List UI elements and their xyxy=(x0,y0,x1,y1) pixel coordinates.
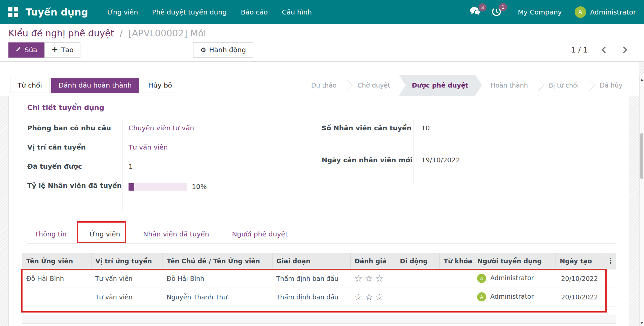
column-candidate-name[interactable]: Tên Ứng viên xyxy=(22,253,91,269)
cell-candidate-name xyxy=(22,288,91,306)
stage-pipeline: Dự thảo Chờ duyệt Được phê duyệt Hoàn th… xyxy=(302,75,639,96)
cell-rating: ☆☆☆ xyxy=(350,269,396,288)
vertical-scrollbar[interactable]: ▲ ▼ xyxy=(639,75,644,326)
progress-bar-fill xyxy=(129,183,134,191)
company-switcher[interactable]: My Company xyxy=(518,8,562,16)
statusbar: Từ chối Đánh dấu hoàn thành Hủy bỏ Dự th… xyxy=(0,62,639,96)
activities-badge: 1 xyxy=(499,3,507,11)
pager: 1 / 1 xyxy=(571,46,636,54)
create-button-label: Tạo xyxy=(61,46,74,54)
tab-candidates[interactable]: Ứng viên xyxy=(82,225,128,243)
field-value-link[interactable]: Chuyên viên tư vấn xyxy=(122,120,283,139)
progress-value: 10% xyxy=(192,182,207,192)
cell-stage: Thẩm định ban đầu xyxy=(272,288,350,306)
stage-approved[interactable]: Được phê duyệt xyxy=(399,75,482,96)
field-value-progress: 10% xyxy=(122,178,283,210)
tab-approvers[interactable]: Người phê duyệt xyxy=(225,225,295,243)
breadcrumb-parent-link[interactable]: Kiểu đề nghị phê duyệt xyxy=(8,28,114,38)
activities-button[interactable]: 1 xyxy=(491,6,502,18)
stage-done[interactable]: Hoàn thành xyxy=(482,75,537,96)
cell-mobile xyxy=(396,288,439,306)
field-label: Đã tuyển được xyxy=(27,159,122,178)
column-mobile[interactable]: Di động xyxy=(396,253,439,269)
tab-hired-employees[interactable]: Nhân viên đã tuyển xyxy=(136,225,216,243)
field-value: 10 xyxy=(414,120,603,152)
candidates-table: Tên Ứng viên Vị trí ứng tuyển Tên Chủ đề… xyxy=(22,253,616,311)
messages-button[interactable]: 3 xyxy=(470,7,481,18)
scrollbar-thumb[interactable] xyxy=(640,133,643,179)
table-options-header: ⋮ xyxy=(603,253,616,269)
mark-done-button[interactable]: Đánh dấu hoàn thành xyxy=(51,78,139,93)
apps-grid-icon[interactable] xyxy=(8,7,18,17)
form-view-area: Từ chối Đánh dấu hoàn thành Hủy bỏ Dự th… xyxy=(0,62,644,326)
column-options-icon[interactable]: ⋮ xyxy=(607,257,614,265)
table-empty-space xyxy=(22,306,616,311)
cancel-button[interactable]: Hủy bỏ xyxy=(141,78,180,93)
action-button-label: Hành động xyxy=(209,46,246,54)
cell-mobile xyxy=(396,269,439,288)
refuse-button[interactable]: Từ chối xyxy=(10,78,49,93)
pencil-icon xyxy=(15,46,22,54)
field-group-left: Phòng ban có nhu cầu Chuyên viên tư vấn … xyxy=(27,120,283,210)
column-subject-name[interactable]: Tên Chủ đề / Tên Ứng viên xyxy=(163,253,272,269)
edit-button-label: Sửa xyxy=(25,46,37,54)
cell-subject-name: Nguyễn Thanh Thư xyxy=(163,288,272,306)
breadcrumb-separator: / xyxy=(120,28,123,38)
stage-cancelled[interactable]: Đã hủy xyxy=(591,75,631,96)
recruiter-name: Administrator xyxy=(490,274,534,282)
control-panel-buttons: Sửa + Tạo ⚙ Hành động 1 / 1 xyxy=(8,42,636,58)
statusbar-buttons: Từ chối Đánh dấu hoàn thành Hủy bỏ xyxy=(0,78,179,93)
tab-information[interactable]: Thông tin xyxy=(27,225,74,243)
rating-stars[interactable]: ☆☆☆ xyxy=(354,292,386,302)
cell-options xyxy=(603,288,616,306)
user-menu[interactable]: Administrator xyxy=(590,8,636,16)
nav-item-candidates[interactable]: Ứng viên xyxy=(100,0,145,24)
field-value: 1 xyxy=(122,159,283,178)
form-sheet: Chi tiết tuyển dụng Phòng ban có nhu cầu… xyxy=(8,96,630,326)
edit-button[interactable]: Sửa xyxy=(8,42,44,58)
nav-item-recruitment-approvals[interactable]: Phê duyệt tuyển dụng xyxy=(145,0,234,24)
cell-created-date: 20/10/2022 xyxy=(556,269,603,288)
notebook-tabs: Thông tin Ứng viên Nhân viên đã tuyển Ng… xyxy=(27,225,616,243)
create-button[interactable]: + Tạo xyxy=(44,42,81,58)
field-date-needed: Ngày cần nhân viên mới 19/10/2022 xyxy=(322,152,603,184)
action-menu-button[interactable]: ⚙ Hành động xyxy=(193,42,253,58)
table-footer-strip xyxy=(22,315,616,324)
rating-stars[interactable]: ☆☆☆ xyxy=(354,273,386,284)
column-created-date[interactable]: Ngày tạo xyxy=(556,253,603,269)
nav-item-settings[interactable]: Cấu hình xyxy=(275,0,319,24)
table-row[interactable]: Tư vấn viên Nguyễn Thanh Thư Thẩm định b… xyxy=(22,288,616,306)
pager-previous-icon[interactable] xyxy=(602,46,608,53)
plus-icon: + xyxy=(51,45,58,54)
gear-icon: ⚙ xyxy=(200,47,206,53)
cell-keyword xyxy=(439,269,473,288)
pager-next-icon[interactable] xyxy=(620,46,627,53)
stage-refused[interactable]: Bị từ chối xyxy=(540,75,587,96)
scroll-up-icon[interactable]: ▲ xyxy=(640,78,644,81)
scroll-down-icon[interactable]: ▼ xyxy=(640,321,644,325)
stage-draft[interactable]: Dự thảo xyxy=(302,75,345,96)
progress-bar xyxy=(129,183,187,191)
recruiter-avatar: A xyxy=(477,274,486,283)
column-applied-position[interactable]: Vị trí ứng tuyển xyxy=(91,253,163,269)
cell-options xyxy=(603,269,616,288)
nav-item-reports[interactable]: Báo cáo xyxy=(234,0,275,24)
column-keyword[interactable]: Từ khóa xyxy=(439,253,473,269)
field-job-position: Vị trí cần tuyển Tư vấn viên xyxy=(27,139,283,159)
field-hired-ratio: Tỷ lệ Nhân viên đã tuyển 10% xyxy=(27,178,283,210)
user-avatar[interactable]: A xyxy=(575,6,586,18)
field-value-link[interactable]: Tư vấn viên xyxy=(122,139,283,159)
app-name[interactable]: Tuyển dụng xyxy=(26,7,88,18)
table-row[interactable]: Đỗ Hải Bình Tư vấn viên Đỗ Hải Bình Thẩm… xyxy=(22,269,616,288)
column-stage[interactable]: Giai đoạn xyxy=(272,253,350,269)
field-group-right: Số Nhân viên cần tuyển 10 Ngày cần nhân … xyxy=(322,120,603,210)
field-department: Phòng ban có nhu cầu Chuyên viên tư vấn xyxy=(27,120,283,139)
cell-stage: Thẩm định ban đầu xyxy=(272,269,350,288)
stage-waiting[interactable]: Chờ duyệt xyxy=(349,75,399,96)
navbar-right: 3 1 My Company A Administrator xyxy=(470,6,636,18)
recruiter-name: Administrator xyxy=(490,293,534,300)
column-recruiter[interactable]: Người tuyển dụng xyxy=(473,253,556,269)
column-rating[interactable]: Đánh giá xyxy=(350,253,396,269)
field-label: Phòng ban có nhu cầu xyxy=(27,120,122,139)
field-label: Vị trí cần tuyển xyxy=(27,139,122,159)
